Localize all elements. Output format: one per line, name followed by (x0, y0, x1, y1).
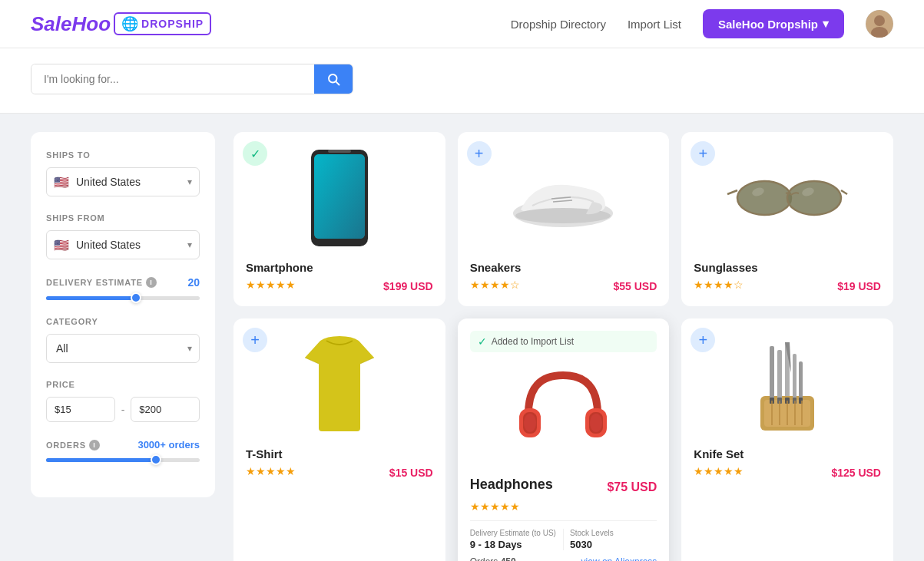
tshirt-price: $15 USD (389, 467, 433, 479)
headphones-stars: ★★★★★ (470, 500, 657, 513)
sunglasses-name-row: Sunglasses (694, 261, 881, 279)
smartphone-price-row: ★★★★★ $199 USD (246, 279, 433, 294)
search-input[interactable] (31, 64, 314, 94)
svg-line-4 (336, 81, 339, 84)
svg-rect-38 (799, 361, 803, 398)
svg-rect-33 (777, 350, 782, 400)
orders-slider-track (46, 458, 200, 462)
svg-rect-36 (793, 354, 796, 398)
sneakers-image-area (470, 144, 657, 252)
header: SaleHoo 🌐 DROPSHIP Dropship Directory Im… (0, 0, 924, 48)
ships-to-select[interactable]: United States China United Kingdom Austr… (46, 167, 200, 196)
price-min-input[interactable] (46, 397, 115, 422)
chevron-down-icon: ▾ (823, 17, 829, 31)
add-smartphone-button[interactable]: ✓ (243, 141, 267, 166)
sunglasses-price: $19 USD (837, 280, 881, 292)
product-card-knifeset: + (681, 318, 893, 561)
tshirt-name-row: T-Shirt (246, 447, 433, 465)
main-content: SHIPS TO 🇺🇸 United States China United K… (0, 114, 924, 561)
category-select-wrapper: All Electronics Clothing Accessories Kit… (46, 334, 200, 363)
headphones-price: $75 USD (607, 480, 657, 494)
smartphone-stars: ★★★★★ (246, 279, 296, 291)
stock-detail-value: 5030 (570, 539, 657, 550)
delivery-slider-thumb[interactable] (131, 292, 141, 303)
smartphone-price: $199 USD (383, 280, 433, 292)
orders-slider-fill (46, 458, 161, 462)
ships-to-filter: SHIPS TO 🇺🇸 United States China United K… (46, 150, 200, 196)
headphones-orders-text: Orders 450 (470, 556, 516, 561)
sunglasses-stars: ★★★★☆ (694, 279, 744, 291)
salehoo-logo: SaleHoo (31, 12, 111, 36)
add-sneakers-button[interactable]: + (467, 141, 492, 166)
knifeset-image-area (694, 331, 881, 438)
delivery-detail-label: Delivery Estimate (to US) (470, 529, 557, 537)
sunglasses-name: Sunglasses (694, 261, 757, 274)
svg-line-17 (727, 190, 737, 194)
delivery-detail-col: Delivery Estimate (to US) 9 - 18 Days (470, 529, 557, 550)
svg-point-27 (524, 414, 536, 432)
knifeset-image (745, 335, 830, 434)
category-filter: CATEGORY All Electronics Clothing Access… (46, 317, 200, 363)
sneakers-price-row: ★★★★☆ $55 USD (470, 279, 657, 294)
svg-rect-7 (314, 154, 365, 239)
svg-line-18 (841, 190, 847, 194)
search-button[interactable] (314, 64, 353, 94)
headphones-name: Headphones (470, 477, 553, 493)
user-avatar[interactable] (866, 10, 893, 38)
smartphone-name-row: Smartphone (246, 261, 433, 279)
headphones-image-area (470, 360, 657, 467)
nav-import-list[interactable]: Import List (628, 18, 681, 31)
category-label: CATEGORY (46, 317, 200, 326)
tshirt-price-row: ★★★★★ $15 USD (246, 465, 433, 480)
globe-icon: 🌐 (121, 15, 138, 32)
tshirt-name: T-Shirt (246, 447, 283, 460)
search-section (0, 48, 924, 114)
add-tshirt-button[interactable]: + (243, 328, 267, 352)
dropship-nav-button[interactable]: SaleHoo Dropship ▾ (703, 9, 844, 38)
aliexpress-link[interactable]: view on Aliexpress (581, 556, 657, 561)
svg-rect-8 (328, 150, 351, 153)
headphones-image (513, 364, 613, 464)
search-icon (326, 72, 340, 86)
import-check-icon: ✓ (478, 335, 487, 348)
orders-value: 3000+ orders (137, 439, 200, 450)
smartphone-name: Smartphone (246, 261, 313, 274)
nav-directory[interactable]: Dropship Directory (511, 18, 606, 31)
delivery-header: DELIVERY ESTIMATE i 20 (46, 276, 200, 289)
product-card-smartphone: ✓ Smartphone (233, 132, 445, 306)
orders-label: ORDERS (46, 441, 86, 450)
knifeset-name-row: Knife Set (694, 447, 881, 465)
logo-area: SaleHoo 🌐 DROPSHIP (31, 12, 211, 36)
orders-header: ORDERS i 3000+ orders (46, 439, 200, 450)
avatar-img (866, 10, 893, 38)
orders-slider-thumb[interactable] (151, 454, 161, 465)
tshirt-stars: ★★★★★ (246, 465, 296, 477)
price-max-input[interactable] (131, 397, 200, 422)
ships-from-filter: SHIPS FROM 🇺🇸 United States China United… (46, 213, 200, 259)
import-banner-text: Added to Import List (492, 336, 574, 347)
sneakers-stars: ★★★★☆ (470, 279, 520, 291)
delivery-slider-fill (46, 296, 141, 300)
knifeset-name: Knife Set (694, 447, 744, 460)
sunglasses-price-row: ★★★★☆ $19 USD (694, 279, 881, 294)
headphones-name-row: Headphones $75 USD (470, 477, 657, 497)
delivery-info-icon: i (146, 277, 157, 288)
orders-label-wrap: ORDERS i (46, 440, 100, 450)
sneakers-price: $55 USD (614, 280, 657, 292)
detail-divider (563, 529, 564, 550)
price-filter: PRICE - (46, 380, 200, 422)
dropship-logo-text: DROPSHIP (141, 18, 204, 30)
category-select[interactable]: All Electronics Clothing Accessories Kit… (46, 334, 200, 363)
ships-from-select[interactable]: United States China United Kingdom Austr… (46, 230, 200, 259)
sneakers-name: Sneakers (470, 261, 522, 274)
price-separator: - (121, 404, 125, 416)
knifeset-price-row: ★★★★★ $125 USD (694, 465, 881, 480)
price-row: - (46, 397, 200, 422)
orders-filter: ORDERS i 3000+ orders (46, 439, 200, 462)
sunglasses-image-area (694, 144, 881, 252)
ships-from-label: SHIPS FROM (46, 213, 200, 223)
product-card-tshirt: + T-Shirt ★★★★★ $15 USD (233, 318, 445, 561)
ships-to-select-wrapper: 🇺🇸 United States China United Kingdom Au… (46, 167, 200, 196)
product-grid: ✓ Smartphone (233, 132, 893, 561)
ships-to-label: SHIPS TO (46, 150, 200, 160)
